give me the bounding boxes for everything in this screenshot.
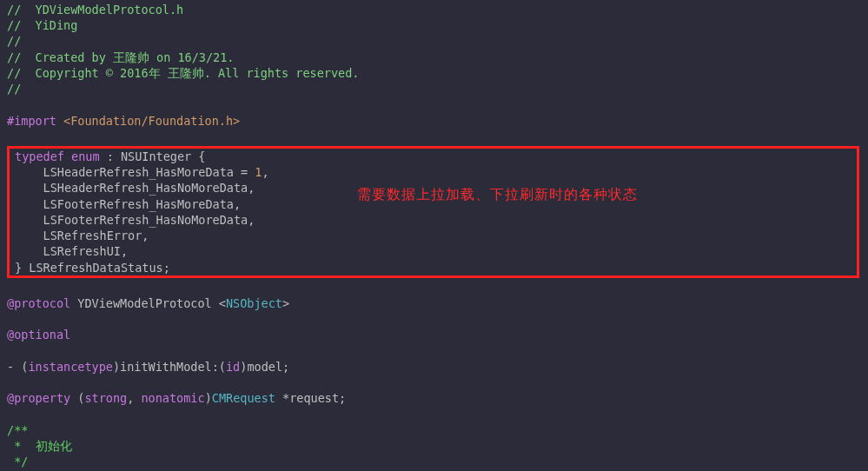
enum-member: LSRefreshError,	[15, 229, 149, 242]
import-path: <Foundation/Foundation.h>	[63, 114, 240, 128]
cmrequest-type: CMRequest	[212, 391, 275, 405]
method-decl: - (instancetype)initWithModel:(id)model;	[7, 359, 868, 375]
comment-line: // Created by 王隆帅 on 16/3/21.	[7, 50, 234, 64]
nsobject-type: NSObject	[226, 296, 282, 310]
property-decl: @property (strong, nonatomic)CMRequest *…	[7, 390, 868, 406]
method-mid: )initWithModel:(	[113, 360, 226, 374]
enum-member: LSHeaderRefresh_HasMoreData =	[15, 165, 255, 179]
doc-comment: * 初始化	[7, 439, 72, 453]
strong-kw: strong	[84, 391, 127, 405]
enum-decl: typedef enum : NSUInteger {	[15, 149, 857, 164]
enum-member: LSHeaderRefresh_HasNoMoreData,	[15, 181, 255, 195]
comment-line: //	[7, 34, 21, 48]
comma: ,	[262, 165, 268, 179]
angle-close: >	[282, 296, 289, 310]
prop-tail: *request;	[275, 391, 346, 405]
highlight-box: typedef enum : NSUInteger { LSHeaderRefr…	[7, 146, 859, 278]
import-keyword: #import	[7, 114, 56, 128]
typedef-kw: typedef	[15, 149, 64, 163]
import-line: #import <Foundation/Foundation.h>	[7, 113, 868, 129]
comment-line: // YDViewModelProtocol.h	[7, 3, 183, 17]
optional-kw: @optional	[7, 328, 70, 342]
comment-line: // YiDing	[7, 18, 77, 32]
comment-line: //	[7, 82, 21, 96]
dash: - (	[7, 360, 28, 374]
comma: ,	[127, 391, 141, 405]
nonatomic-kw: nonatomic	[141, 391, 204, 405]
doc-comment: */	[7, 454, 28, 468]
enum-type: : NSUInteger {	[100, 149, 206, 163]
comment-line: // Copyright © 2016年 王隆帅. All rights res…	[7, 66, 360, 80]
method-tail: )model;	[240, 360, 289, 374]
protocol-name: YDViewModelProtocol <	[70, 296, 226, 310]
enum-member: LSRefreshUI,	[15, 244, 128, 258]
code-editor[interactable]: // YDViewModelProtocol.h // YiDing // //…	[7, 2, 868, 471]
enum-member: LSFooterRefresh_HasNoMoreData,	[15, 213, 255, 227]
instancetype-kw: instancetype	[28, 360, 113, 374]
paren-open: (	[70, 391, 84, 405]
annotation-text: 需要数据上拉加载、下拉刷新时的各种状态	[357, 185, 638, 204]
id-kw: id	[226, 360, 240, 374]
protocol-decl: @protocol YDViewModelProtocol <NSObject>	[7, 295, 868, 311]
paren-close: )	[205, 391, 212, 405]
property-kw: @property	[7, 391, 70, 405]
enum-close: } LSRefreshDataStatus;	[15, 261, 170, 275]
protocol-kw: @protocol	[7, 296, 70, 310]
doc-comment: /**	[7, 423, 28, 437]
enum-kw: enum	[71, 149, 100, 163]
enum-member: LSFooterRefresh_HasMoreData,	[15, 197, 241, 211]
